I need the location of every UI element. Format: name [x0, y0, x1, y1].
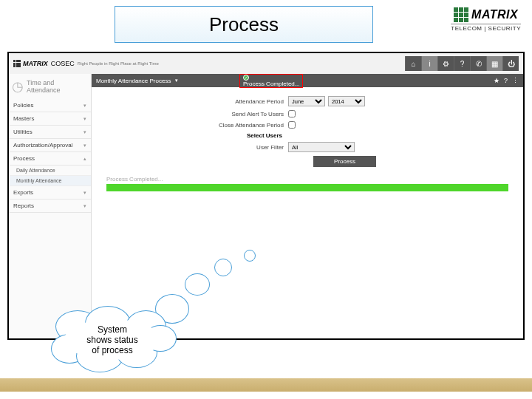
year-select[interactable]: 2014	[328, 96, 365, 106]
power-icon[interactable]: ⏻	[502, 56, 519, 71]
main-bar: Monthly Attendance Process ▾ ✓ Process C…	[92, 74, 523, 87]
sidebar-item-approval[interactable]: Authorization/Approval▾	[9, 139, 91, 152]
select-users-heading: Select Users	[247, 132, 508, 139]
brand-logo: MATRIX TELECOM | SECURITY	[451, 7, 521, 32]
filter-select[interactable]: All	[288, 142, 355, 152]
alert-checkbox[interactable]	[288, 110, 296, 117]
sidebar: ◷ Time and Attendance Policies▾ Masters▾…	[9, 74, 92, 338]
callout-text: System shows status of process	[64, 319, 160, 360]
chevron-down-icon[interactable]: ▾	[175, 78, 178, 83]
month-select[interactable]: June	[288, 96, 325, 106]
close-checkbox[interactable]	[288, 121, 296, 129]
process-complete-label: Process Completed...	[106, 176, 523, 183]
sidebar-item-policies[interactable]: Policies▾	[9, 99, 91, 112]
progress-bar	[106, 184, 508, 191]
product-name: COSEC	[51, 60, 75, 67]
check-icon: ✓	[243, 75, 249, 81]
menu-icon[interactable]: ⋮	[512, 77, 519, 84]
sidebar-item-process[interactable]: Process▴	[9, 152, 91, 166]
module-header: ◷ Time and Attendance	[9, 74, 91, 99]
form: Attendance Period June 2014 Send Alert T…	[92, 87, 523, 170]
process-button[interactable]: Process	[313, 156, 376, 167]
help-icon[interactable]: ?	[504, 77, 508, 84]
footer-bar	[0, 378, 532, 392]
sidebar-item-utilities[interactable]: Utilities▾	[9, 126, 91, 139]
callout-cloud: System shows status of process	[55, 310, 170, 369]
callout-bubble	[244, 250, 256, 262]
gear-icon[interactable]: ⚙	[437, 56, 454, 71]
sidebar-item-reports[interactable]: Reports▾	[9, 200, 91, 213]
callout-bubble	[214, 259, 232, 276]
callout-bubble	[185, 273, 210, 296]
tagline: Right People in Right Place at Right Tim…	[78, 61, 159, 66]
page-title: Monthly Attendance Process	[96, 78, 171, 84]
sub-monthly[interactable]: Monthly Attendance	[9, 176, 91, 186]
alert-label: Send Alert To Users	[188, 111, 284, 117]
app-logo: MATRIX	[13, 60, 48, 67]
close-label: Close Attendance Period	[188, 122, 284, 129]
sub-daily[interactable]: Daily Attendance	[9, 166, 91, 176]
filter-label: User Filter	[188, 144, 284, 151]
phone-icon[interactable]: ✆	[470, 56, 486, 71]
star-icon[interactable]: ★	[494, 77, 499, 84]
status-text: Process Completed...	[243, 81, 299, 87]
app-frame: MATRIX COSEC Right People in Right Place…	[7, 52, 525, 340]
main-panel: Monthly Attendance Process ▾ ✓ Process C…	[92, 74, 523, 338]
slide-title: Process	[115, 6, 373, 43]
question-icon[interactable]: ?	[454, 56, 470, 71]
sidebar-item-exports[interactable]: Exports▾	[9, 186, 91, 200]
sidebar-item-masters[interactable]: Masters▾	[9, 112, 91, 126]
app-topbar: MATRIX COSEC Right People in Right Place…	[9, 53, 523, 74]
clock-icon: ◷	[12, 78, 24, 95]
grid-icon[interactable]: ▦	[486, 56, 502, 71]
home-icon[interactable]: ⌂	[405, 56, 421, 71]
period-label: Attendance Period	[188, 98, 284, 105]
info-icon[interactable]: i	[421, 56, 437, 71]
